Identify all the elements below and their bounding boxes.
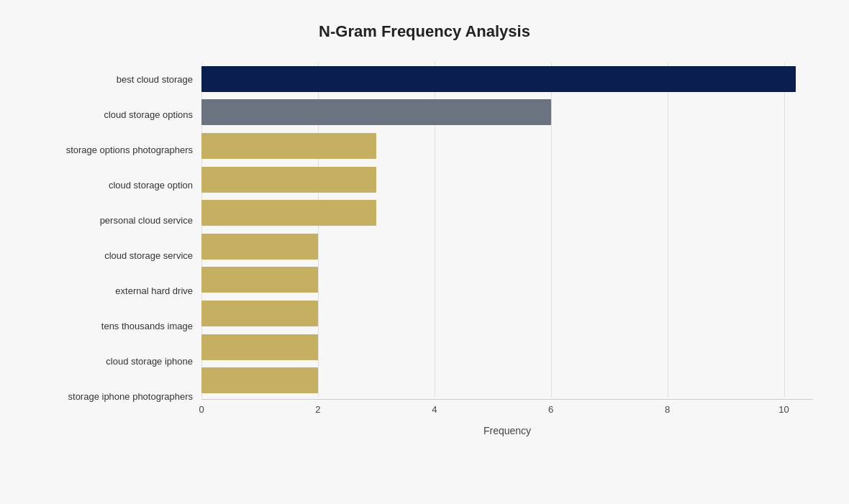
- y-label: storage iphone photographers: [68, 391, 193, 403]
- bar-row: [201, 299, 813, 328]
- bar: [201, 301, 318, 326]
- x-tick: 8: [665, 404, 670, 415]
- y-label: external hard drive: [115, 285, 193, 297]
- bar: [201, 267, 318, 293]
- x-tick: 0: [199, 404, 204, 415]
- y-label: cloud storage service: [104, 250, 193, 262]
- bar-row: [201, 333, 813, 362]
- x-tick: 6: [548, 404, 553, 415]
- bar: [201, 99, 551, 125]
- bar: [201, 234, 318, 260]
- bar-row: [201, 98, 813, 127]
- y-label: cloud storage options: [104, 109, 193, 121]
- chart-area: best cloud storagecloud storage optionss…: [36, 63, 813, 436]
- chart-container: N-Gram Frequency Analysis best cloud sto…: [14, 8, 835, 497]
- chart-title: N-Gram Frequency Analysis: [36, 22, 813, 41]
- bar: [201, 200, 376, 226]
- bar: [201, 66, 796, 92]
- bar: [201, 367, 318, 393]
- bars-list: [201, 63, 813, 398]
- bar-row: [201, 198, 813, 227]
- bar: [201, 133, 376, 159]
- bars-and-xaxis: 0246810 Frequency: [201, 63, 813, 436]
- x-tick: 2: [315, 404, 320, 415]
- x-axis: 0246810: [201, 399, 813, 421]
- bar-row: [201, 366, 813, 395]
- bar-row: [201, 65, 813, 93]
- y-label: tens thousands image: [101, 321, 193, 332]
- bar-row: [201, 165, 813, 194]
- x-tick: 4: [432, 404, 437, 415]
- y-labels: best cloud storagecloud storage optionss…: [36, 63, 201, 436]
- x-tick: 10: [778, 404, 789, 415]
- bar: [201, 167, 376, 193]
- bar-row: [201, 232, 813, 261]
- bar-row: [201, 265, 813, 294]
- x-axis-label: Frequency: [201, 425, 813, 436]
- bar-row: [201, 132, 813, 160]
- y-label: cloud storage iphone: [106, 356, 193, 367]
- bar: [201, 334, 318, 360]
- y-label: personal cloud service: [100, 215, 193, 226]
- y-label: best cloud storage: [117, 74, 193, 86]
- bars-area: [201, 63, 813, 398]
- y-label: storage options photographers: [66, 145, 193, 156]
- y-label: cloud storage option: [109, 180, 193, 191]
